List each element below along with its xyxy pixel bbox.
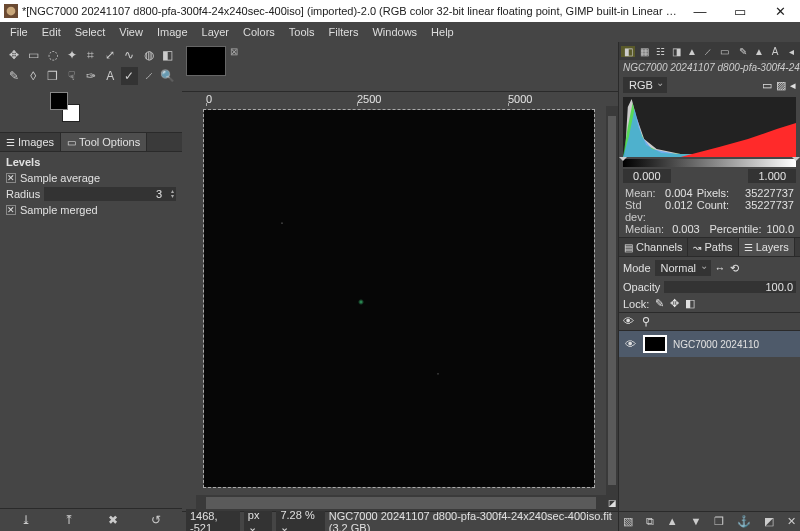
tool-bucket[interactable]: ◍ [141,46,157,64]
dock-icon[interactable]: A [768,46,782,57]
layer-visible-toggle[interactable]: 👁 [623,338,637,350]
layer-mode-dropdown[interactable]: Normal [655,260,711,276]
tool-rect-select[interactable]: ▭ [25,46,41,64]
histogram[interactable] [623,97,796,157]
mask-layer-icon[interactable]: ◩ [764,515,774,528]
mode-reset-icon[interactable]: ⟲ [730,262,739,275]
lock-pixels-icon[interactable]: ✎ [655,297,664,310]
menu-image[interactable]: Image [151,24,194,40]
image-tab-thumbnail[interactable] [186,46,226,76]
dock-icon[interactable]: ▭ [717,46,731,57]
tool-fuzzy-select[interactable]: ✦ [64,46,80,64]
dock-icon[interactable]: ▲ [752,46,766,57]
dock-icon[interactable]: ✎ [736,46,750,57]
tool-smudge[interactable]: ☟ [64,67,80,85]
radius-spinbox[interactable]: 3 [44,187,176,201]
window-close-button[interactable]: ✕ [760,0,800,22]
dock-icon[interactable]: ⟋ [701,46,715,57]
lock-alpha-icon[interactable]: ◧ [685,297,695,310]
tab-paths[interactable]: ↝Paths [688,238,738,256]
right-dock-icons: ◧ ▦ ☷ ◨ ▲ ⟋ ▭ ✎ ▲ A ◂ [619,42,800,60]
opacity-slider[interactable]: 100.0 [664,281,796,293]
tab-tool-options[interactable]: ▭Tool Options [61,133,147,151]
menu-file[interactable]: File [4,24,34,40]
tool-gradient[interactable]: ◧ [160,46,176,64]
tool-color-picker[interactable]: ✓ [121,67,137,85]
tool-zoom[interactable]: 🔍 [160,67,176,85]
color-swatches[interactable] [50,92,80,122]
tool-clone[interactable]: ❐ [44,67,60,85]
mode-switch-icon[interactable]: ↔ [715,262,726,274]
tool-crop[interactable]: ⌗ [83,46,99,64]
dock-icon[interactable]: ▲ [685,46,699,57]
horizontal-scrollbar[interactable] [196,495,606,511]
restore-preset-icon[interactable]: ⤒ [64,513,74,527]
histogram-tab-icon[interactable]: ◧ [621,46,635,57]
save-preset-icon[interactable]: ⤓ [21,513,31,527]
menu-colors[interactable]: Colors [237,24,281,40]
dock-icon[interactable]: ▦ [637,46,651,57]
layer-thumbnail[interactable] [643,335,667,353]
tool-free-select[interactable]: ◌ [44,46,60,64]
histogram-linear-icon[interactable]: ▭ [762,79,772,92]
image-tab-close-icon[interactable]: ⊠ [230,46,240,56]
tool-path[interactable]: ✑ [83,67,99,85]
status-zoom[interactable]: 7.28 % ⌄ [276,508,324,531]
sample-average-checkbox[interactable]: ✕ [6,173,16,183]
tool-eraser[interactable]: ◊ [25,67,41,85]
lock-position-icon[interactable]: ✥ [670,297,679,310]
window-maximize-button[interactable]: ▭ [720,0,760,22]
menu-view[interactable]: View [113,24,149,40]
histogram-menu-icon[interactable]: ◂ [790,79,796,92]
histogram-channel-dropdown[interactable]: RGB [623,77,667,93]
layer-row[interactable]: 👁 NGC7000 2024110 [619,331,800,357]
mode-label: Mode [623,262,651,274]
tool-pencil[interactable]: ✎ [6,67,22,85]
delete-layer-icon[interactable]: ✕ [787,515,796,528]
sample-merged-label: Sample merged [20,204,98,216]
tab-channels[interactable]: ▤Channels [619,238,688,256]
dock-menu-icon[interactable]: ◂ [784,46,798,57]
layer-group-icon[interactable]: ⧉ [646,515,654,528]
duplicate-layer-icon[interactable]: ❐ [714,515,724,528]
tab-menu[interactable]: ◂ [795,238,800,256]
menu-help[interactable]: Help [425,24,460,40]
tab-layers[interactable]: ☰Layers [739,238,795,256]
sample-merged-checkbox[interactable]: ✕ [6,205,16,215]
tool-transform[interactable]: ⤢ [102,46,118,64]
delete-preset-icon[interactable]: ✖ [108,513,118,527]
range-low[interactable]: 0.000 [623,169,671,183]
menu-layer[interactable]: Layer [196,24,236,40]
status-unit[interactable]: px ⌄ [244,508,273,531]
new-layer-icon[interactable]: ▧ [623,515,633,528]
ruler-vertical[interactable] [182,106,196,495]
canvas-viewport[interactable] [196,106,606,495]
histogram-log-icon[interactable]: ▨ [776,79,786,92]
tool-measure[interactable]: ⟋ [141,67,157,85]
tool-options-panel: Levels ✕ Sample average Radius 3 ✕ Sampl… [0,152,182,508]
tool-text[interactable]: A [102,67,118,85]
menu-select[interactable]: Select [69,24,112,40]
reset-preset-icon[interactable]: ↺ [151,513,161,527]
app-icon [4,4,18,18]
menu-tools[interactable]: Tools [283,24,321,40]
tab-images[interactable]: ☰Images [0,133,61,151]
merge-layer-icon[interactable]: ⚓ [737,515,751,528]
tool-warp[interactable]: ∿ [121,46,137,64]
menu-edit[interactable]: Edit [36,24,67,40]
raise-layer-icon[interactable]: ▲ [667,515,678,528]
layer-name[interactable]: NGC7000 2024110 [673,339,759,350]
vertical-scrollbar[interactable] [606,106,618,495]
menu-filters[interactable]: Filters [323,24,365,40]
dock-icon[interactable]: ◨ [669,46,683,57]
ruler-horizontal[interactable]: 0 2500 5000 [182,92,618,106]
tool-move[interactable]: ✥ [6,46,22,64]
histogram-range-slider[interactable] [623,159,796,167]
lower-layer-icon[interactable]: ▼ [691,515,702,528]
foreground-color[interactable] [50,92,68,110]
menu-windows[interactable]: Windows [366,24,423,40]
window-minimize-button[interactable]: — [680,0,720,22]
image-canvas[interactable] [204,110,594,487]
dock-icon[interactable]: ☷ [653,46,667,57]
range-high[interactable]: 1.000 [748,169,796,183]
